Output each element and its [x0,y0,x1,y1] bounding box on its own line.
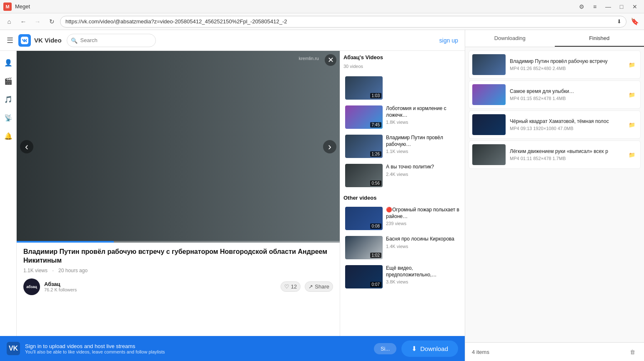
download-item: Владимир Путин провёл рабочую встречу MP… [469,50,641,79]
dl-folder-icon[interactable]: 📁 [627,60,637,70]
dl-meta: MP4 01:26 852×480 2.4MB [510,66,623,71]
thumb-info: А вы точно политик? 2.4K views [386,164,460,177]
list-item[interactable]: 1:26 Владимир Путин провёл рабочую… 1.1K… [343,133,461,160]
heart-icon: ♡ [284,283,289,290]
thumb-title: А вы точно политик? [386,164,460,170]
sidebar-icon-music[interactable]: 🎵 [2,93,15,106]
app-logo: M [3,3,12,11]
settings-button[interactable]: ⚙ [576,1,587,13]
address-download-icon[interactable]: ⬇ [615,18,623,26]
minimize-button[interactable]: — [602,1,614,13]
thumb-wrap: 7:45 [345,105,383,129]
dl-title: Самое время для улыбки… [510,88,623,94]
dl-info: Самое время для улыбки… MP4 01:15 852×47… [510,88,623,101]
thumb-views: 1.8K views [386,120,460,125]
dl-folder-icon[interactable]: 📁 [627,120,637,130]
list-item[interactable]: 0:08 🔴Огромный пожар полыхает в районе… … [343,205,461,232]
extension-button[interactable]: 🔖 [629,16,641,28]
search-icon: 🔍 [71,37,78,43]
menu-button[interactable]: ≡ [589,1,601,13]
sidebar-icon-profile[interactable]: 👤 [2,56,15,69]
channel-info: абзац Абзац 76.2 K followers [23,278,77,295]
download-icon: ⬇ [411,345,417,353]
tab-finished[interactable]: Finished [555,30,644,47]
address-bar[interactable] [60,16,626,28]
maximize-button[interactable]: □ [616,1,627,13]
thumb-info: Лоботомия и кормление с ложечк… 1.8K vie… [386,105,460,125]
refresh-button[interactable]: ↻ [46,16,58,28]
left-sidebar: 👤 🎬 🎵 📡 🔔 [0,51,17,336]
vk-logo-icon [18,34,31,47]
vk-header: ☰ VK Video 🔍 sign up [0,30,465,51]
list-item[interactable]: 1:03 [343,75,461,101]
thumb-duration: 0:08 [370,223,381,229]
sidebar-icon-live[interactable]: 📡 [2,111,15,124]
thumb-title: Ещё видео, предположительно,… [386,265,460,278]
thumb-views: 1.4K views [386,244,460,249]
channel-name: Абзац [44,281,77,287]
like-button[interactable]: ♡ 12 [281,281,301,292]
vk-logo-text: VK Video [34,37,62,44]
download-footer: 4 items 🗑 [465,342,644,361]
thumb-duration: 1:03 [370,93,381,98]
bottom-text: Sign in to upload videos and host live s… [25,343,165,354]
thumb-title: 🔴Огромный пожар полыхает в районе… [386,207,460,220]
close-button[interactable]: ✕ [629,1,641,13]
thumb-title: Владимир Путин провёл рабочую… [386,135,460,148]
download-item: Лёгким движением руки «выписал» всех р M… [469,140,641,169]
download-panel: Downloading Finished Владимир Путин пров… [465,30,644,361]
list-item[interactable]: 0:56 А вы точно политик? 2.4K views [343,162,461,189]
sidebar-icon-notifications[interactable]: 🔔 [2,129,15,143]
list-item[interactable]: 7:45 Лоботомия и кормление с ложечк… 1.8… [343,104,461,130]
dl-meta: MP4 09:13 1920×1080 47.0MB [510,126,623,131]
video-player: kremlin.ru ‹ › ✕ [17,51,340,243]
search-wrap: 🔍 [67,34,192,47]
dl-thumb [472,144,506,165]
thumb-duration: 1:26 [370,151,381,157]
thumb-title: Лоботомия и кормление с ложечк… [386,105,460,118]
sign-in-button[interactable]: Si... [374,343,396,354]
dl-meta: MP4 01:15 852×478 1.4MB [510,96,623,101]
signup-link[interactable]: sign up [439,37,458,44]
list-item[interactable]: 0:07 Ещё видео, предположительно,… 3.8K … [343,263,461,290]
thumb-info: Басня про лосины Киркорова 1.4K views [386,236,460,249]
download-label: Download [420,345,448,352]
download-button[interactable]: ⬇ Download [401,341,458,357]
home-button[interactable]: ⌂ [3,16,15,28]
thumb-views: 239 views [386,221,460,226]
video-close-button[interactable]: ✕ [325,54,336,66]
thumb-duration: 7:45 [370,122,381,128]
trash-icon[interactable]: 🗑 [627,347,637,357]
thumb-wrap: 0:07 [345,265,383,288]
dl-folder-icon[interactable]: 📁 [627,90,637,100]
forward-button[interactable]: → [32,16,43,28]
sidebar-icon-video[interactable]: 🎬 [2,74,15,88]
download-items: Владимир Путин провёл рабочую встречу MP… [465,47,644,342]
share-button[interactable]: ↗ Share [305,281,333,292]
like-count: 12 [291,283,297,290]
bottom-text-sub: You'll also be able to like videos, leav… [25,349,165,354]
channel-followers: 76.2 K followers [44,287,77,292]
thumb-wrap: 1:02 [345,236,383,259]
download-item: Чёрный квадрат Хаматовой, тёмная полос M… [469,110,641,139]
share-label: Share [315,283,329,290]
tab-downloading[interactable]: Downloading [465,30,555,47]
video-progress-bar[interactable] [17,241,340,243]
search-input[interactable] [67,34,156,47]
video-nav-right[interactable]: › [323,140,336,153]
thumb-duration: 0:56 [370,180,381,186]
video-placeholder: kremlin.ru ‹ › ✕ [17,51,340,243]
thumb-title: Басня про лосины Киркорова [386,236,460,243]
action-buttons: ♡ 12 ↗ Share [281,281,333,292]
back-button[interactable]: ← [18,16,29,28]
thumb-views: 2.4K views [386,172,460,177]
avatar-text: абзац [26,285,37,289]
video-views: 1.1K views [23,268,48,273]
list-item[interactable]: 1:02 Басня про лосины Киркорова 1.4K vie… [343,234,461,261]
hamburger-icon[interactable]: ☰ [7,36,13,45]
video-nav-left[interactable]: ‹ [20,140,33,153]
dl-folder-icon[interactable]: 📁 [627,150,637,160]
content-area: 👤 🎬 🎵 📡 🔔 kremlin.ru ‹ › ✕ [0,51,465,336]
thumb-info: Ещё видео, предположительно,… 3.8K views [386,265,460,284]
right-sidebar: Абзац's Videos 30 videos 1:03 7:45 Ло [340,51,465,336]
